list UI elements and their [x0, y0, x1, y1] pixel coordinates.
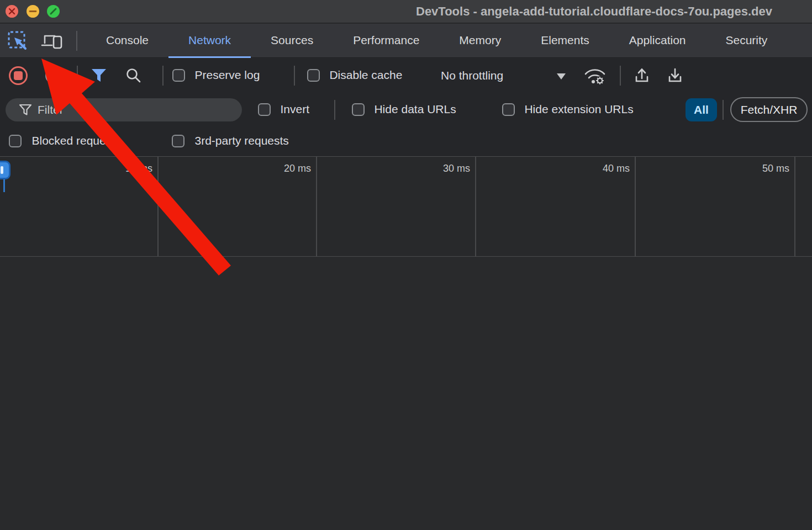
- import-har-icon[interactable]: [633, 67, 651, 84]
- toolbar-divider: [334, 100, 335, 120]
- clear-requests-icon[interactable]: [44, 66, 63, 85]
- checkbox-box: [172, 69, 185, 82]
- hide-data-urls-label: Hide data URLs: [374, 103, 456, 115]
- export-har-icon[interactable]: [666, 67, 684, 84]
- minimize-window-icon[interactable]: [27, 5, 39, 18]
- checkbox-box: [307, 69, 320, 82]
- blocked-requests-label: Blocked requests: [31, 134, 120, 147]
- timeline-tick: 20 ms: [159, 157, 317, 256]
- checkbox-box: [352, 103, 365, 116]
- timeline-origin-marker-glyph: [1, 166, 3, 174]
- request-type-all-button[interactable]: All: [686, 98, 717, 121]
- inspect-element-button[interactable]: [8, 31, 28, 51]
- titlebar: DevTools - angela-add-tutorial.cloudflar…: [0, 0, 812, 23]
- invert-checkbox[interactable]: Invert: [258, 103, 309, 116]
- preserve-log-checkbox[interactable]: Preserve log: [172, 68, 260, 82]
- tab-performance[interactable]: Performance: [333, 24, 439, 58]
- zoom-window-icon[interactable]: [47, 5, 60, 18]
- tab-security[interactable]: Security: [705, 24, 787, 58]
- request-filters-row: Blocked requests 3rd-party requests: [0, 127, 812, 156]
- disable-cache-label: Disable cache: [329, 68, 402, 81]
- network-conditions-icon[interactable]: [583, 67, 607, 86]
- devtools-window: DevTools - angela-add-tutorial.cloudflar…: [0, 0, 812, 530]
- record-stop-button[interactable]: [9, 66, 28, 85]
- hide-extension-urls-label: Hide extension URLs: [524, 103, 633, 115]
- tab-elements[interactable]: Elements: [521, 24, 609, 58]
- network-filter-bar: Invert Hide data URLs Hide extension URL…: [0, 93, 812, 127]
- checkbox-box: [258, 103, 271, 116]
- tab-memory[interactable]: Memory: [439, 24, 521, 58]
- timeline-origin-marker: [0, 161, 10, 179]
- checkbox-box: [502, 103, 515, 116]
- filter-toggle-icon[interactable]: [91, 68, 107, 83]
- tab-application[interactable]: Application: [609, 24, 706, 58]
- disable-cache-checkbox[interactable]: Disable cache: [307, 68, 402, 82]
- timeline-tick: 50 ms: [636, 157, 795, 256]
- waterfall-timeline-header: 10 ms 20 ms 30 ms 40 ms 50 ms: [0, 156, 812, 257]
- request-type-fetch-xhr-button[interactable]: Fetch/XHR: [730, 97, 808, 122]
- toolbar-divider: [620, 66, 621, 86]
- timeline-tick: 30 ms: [317, 157, 476, 256]
- throttling-select[interactable]: No throttling: [441, 59, 503, 93]
- search-icon[interactable]: [125, 67, 143, 84]
- filter-input-wrap: [6, 98, 242, 121]
- filter-input[interactable]: [38, 98, 231, 121]
- hide-extension-urls-checkbox[interactable]: Hide extension URLs: [502, 103, 634, 116]
- tab-network[interactable]: Network: [168, 24, 251, 58]
- window-title: DevTools - angela-add-tutorial.cloudflar…: [416, 0, 772, 23]
- invert-label: Invert: [280, 103, 309, 115]
- timeline-tick: 10 ms: [0, 157, 159, 256]
- third-party-requests-checkbox[interactable]: 3rd-party requests: [172, 134, 289, 147]
- hide-data-urls-checkbox[interactable]: Hide data URLs: [352, 103, 456, 116]
- checkbox-box: [9, 135, 22, 147]
- toolbar-divider: [723, 100, 724, 120]
- close-window-icon[interactable]: [6, 5, 18, 18]
- devtools-tabbar: Console Network Sources Performance Memo…: [0, 24, 812, 58]
- tab-sources[interactable]: Sources: [251, 24, 333, 58]
- checkbox-box: [172, 135, 184, 147]
- stop-icon: [14, 71, 23, 80]
- toolbar-divider: [294, 66, 295, 86]
- chevron-down-icon[interactable]: [557, 73, 566, 80]
- toolbar-divider: [77, 66, 78, 86]
- toolbar-divider: [162, 66, 164, 86]
- timeline-origin-marker-tail: [3, 179, 5, 192]
- requests-empty-state: Recording network activity… Perform a re…: [0, 257, 812, 530]
- third-party-requests-label: 3rd-party requests: [194, 134, 288, 147]
- funnel-icon: [19, 104, 32, 116]
- tab-console[interactable]: Console: [86, 24, 168, 58]
- blocked-requests-checkbox[interactable]: Blocked requests: [9, 134, 121, 147]
- toolbar-divider: [76, 31, 77, 51]
- panel-tabs: Console Network Sources Performance Memo…: [86, 24, 787, 58]
- timeline-tick: 40 ms: [476, 157, 636, 256]
- network-toolbar: Preserve log Disable cache No throttling: [0, 59, 812, 93]
- toggle-device-toolbar-icon[interactable]: [41, 31, 63, 50]
- preserve-log-label: Preserve log: [194, 68, 260, 81]
